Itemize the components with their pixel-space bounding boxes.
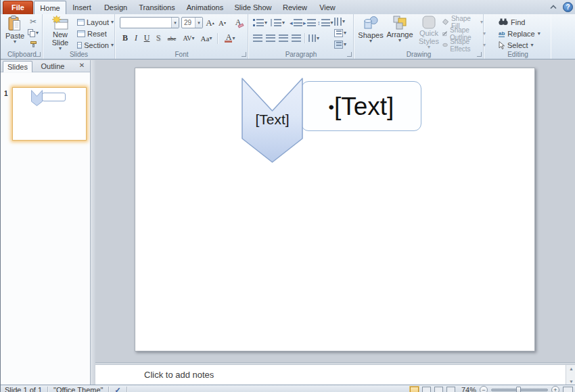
help-button[interactable]: ? xyxy=(563,2,573,12)
convert-smartart-button[interactable]: ▾ xyxy=(334,39,346,50)
text-direction-button[interactable]: ▾ xyxy=(334,16,345,27)
tab-view[interactable]: View xyxy=(314,1,341,14)
normal-view-button[interactable] xyxy=(410,387,419,392)
cut-button[interactable]: ✂ xyxy=(26,16,40,27)
font-name-combobox[interactable]: ▾ xyxy=(120,17,179,28)
zoom-out-button[interactable]: − xyxy=(480,386,488,392)
tab-animations[interactable]: Animations xyxy=(183,1,227,14)
copy-button[interactable]: ▾ xyxy=(26,27,40,39)
shrink-font-letter: A xyxy=(218,19,224,27)
tab-outline-pane[interactable]: Outline xyxy=(34,61,72,72)
zoom-slider-thumb[interactable] xyxy=(516,387,521,392)
slideshow-view-button[interactable] xyxy=(446,387,455,392)
align-text-dropdown-icon: ▾ xyxy=(344,30,346,36)
copy-dropdown-icon: ▾ xyxy=(36,30,39,36)
panel-splitter[interactable] xyxy=(91,60,95,385)
columns-button[interactable]: ▾ xyxy=(308,32,319,44)
find-label: Find xyxy=(511,18,525,26)
reset-button[interactable]: Reset xyxy=(77,28,114,39)
chevron-text[interactable]: [Text] xyxy=(242,112,303,128)
close-pane-icon[interactable]: ✕ xyxy=(77,62,87,69)
shapes-dropdown-icon: ▾ xyxy=(369,39,372,43)
bullets-button[interactable]: ▾ xyxy=(253,17,267,28)
notes-pane[interactable]: Click to add notes ▲ ▼ xyxy=(95,364,575,385)
clear-formatting-button[interactable]: A xyxy=(232,17,244,28)
find-button[interactable]: Find xyxy=(499,16,539,28)
tab-insert[interactable]: Insert xyxy=(68,1,95,14)
shape-effects-button[interactable]: Shape Effects▾ xyxy=(442,39,486,51)
bullet-text[interactable]: [Text] xyxy=(334,94,394,119)
bullet-glyph: • xyxy=(329,98,334,117)
select-button[interactable]: Select▾ xyxy=(499,39,546,51)
font-dialog-launcher[interactable] xyxy=(242,52,246,57)
tab-slides-pane[interactable]: Slides xyxy=(3,61,32,72)
drawing-dialog-launcher[interactable] xyxy=(477,52,482,57)
zoom-in-button[interactable]: + xyxy=(551,386,559,392)
arrange-button[interactable]: Arrange ▾ xyxy=(385,16,415,43)
scroll-up-icon[interactable]: ▲ xyxy=(566,365,575,372)
slides-group: New Slide ▾ Layout▾ Reset Section▾ Slide… xyxy=(43,14,115,59)
paste-button[interactable]: Paste ▾ xyxy=(3,16,26,44)
align-center-button[interactable] xyxy=(266,32,275,44)
justify-button[interactable] xyxy=(292,32,301,44)
align-center-icon xyxy=(266,34,275,42)
new-slide-icon xyxy=(52,16,68,30)
quick-styles-button[interactable]: Quick Styles ▾ xyxy=(416,16,442,49)
font-group: ▾ 29▾ A▴ A▾ A B I U S abc AV▾ Aa▾ A xyxy=(116,14,248,59)
reading-view-button[interactable] xyxy=(434,387,443,392)
align-text-button[interactable]: ▾ xyxy=(334,27,346,39)
tab-transitions[interactable]: Transitions xyxy=(135,1,179,14)
fit-to-window-button[interactable] xyxy=(563,387,573,392)
smartart-chevron-shape[interactable]: [Text] xyxy=(242,78,303,163)
italic-button[interactable]: I xyxy=(131,32,141,45)
clipboard-dialog-launcher[interactable] xyxy=(36,52,41,57)
slide[interactable]: [Text] • [Text] xyxy=(135,68,535,351)
slide-sorter-view-button[interactable] xyxy=(422,387,431,392)
font-group-label: Font xyxy=(116,51,248,58)
tab-slide-show[interactable]: Slide Show xyxy=(232,1,274,14)
tab-design[interactable]: Design xyxy=(100,1,131,14)
replace-button[interactable]: ab Replace▾ xyxy=(499,28,546,39)
zoom-slider[interactable] xyxy=(491,389,548,391)
character-spacing-button[interactable]: AV▾ xyxy=(181,32,197,45)
new-slide-button[interactable]: New Slide ▾ xyxy=(46,16,74,51)
character-spacing-dropdown-icon: ▾ xyxy=(192,35,195,41)
notes-scrollbar[interactable]: ▲ ▼ xyxy=(566,365,575,385)
underline-button[interactable]: U xyxy=(141,32,152,45)
font-size-combobox[interactable]: 29▾ xyxy=(181,17,203,28)
decrease-indent-button[interactable]: ◂ xyxy=(290,17,302,28)
strikethrough-button[interactable]: abc xyxy=(164,32,179,45)
slide-thumbnail[interactable] xyxy=(12,87,87,141)
bold-button[interactable]: B xyxy=(120,32,131,45)
paragraph-dialog-launcher[interactable] xyxy=(347,52,352,57)
smartart-text-shape[interactable]: • [Text] xyxy=(301,81,421,131)
align-right-button[interactable] xyxy=(279,32,288,44)
layout-button[interactable]: Layout▾ xyxy=(77,16,114,28)
section-button[interactable]: Section▾ xyxy=(77,39,114,51)
tab-file[interactable]: File xyxy=(3,1,33,14)
align-right-icon xyxy=(279,34,288,42)
grow-font-button[interactable]: A▴ xyxy=(204,17,216,28)
spell-check-icon[interactable]: ✓ xyxy=(114,385,120,392)
editing-group: Find ab Replace▾ Select▾ Editing xyxy=(485,14,551,59)
tab-review[interactable]: Review xyxy=(279,1,310,14)
paragraph-group-label: Paragraph xyxy=(249,51,353,58)
increase-indent-button[interactable]: ▸ xyxy=(303,17,316,28)
align-left-button[interactable] xyxy=(253,32,262,44)
line-spacing-button[interactable]: ↕▾ xyxy=(317,17,334,28)
format-painter-button[interactable] xyxy=(26,39,40,50)
line-spacing-icon xyxy=(321,19,330,26)
notes-placeholder[interactable]: Click to add notes xyxy=(144,365,214,385)
zoom-level[interactable]: 74% xyxy=(461,386,476,392)
numbering-button[interactable]: ▾ xyxy=(271,17,285,28)
text-shadow-button[interactable]: S xyxy=(153,32,164,45)
minimize-ribbon-button[interactable] xyxy=(549,3,558,12)
shrink-font-button[interactable]: A▾ xyxy=(216,17,228,28)
drawing-group-label: Drawing xyxy=(354,51,483,58)
font-color-button[interactable]: A ▾ xyxy=(221,32,239,45)
change-case-button[interactable]: Aa▾ xyxy=(198,32,214,45)
grow-font-letter: A xyxy=(206,18,212,28)
font-color-dropdown-icon: ▾ xyxy=(232,35,235,41)
tab-home[interactable]: Home xyxy=(34,1,66,14)
shapes-button[interactable]: Shapes ▾ xyxy=(358,16,384,43)
